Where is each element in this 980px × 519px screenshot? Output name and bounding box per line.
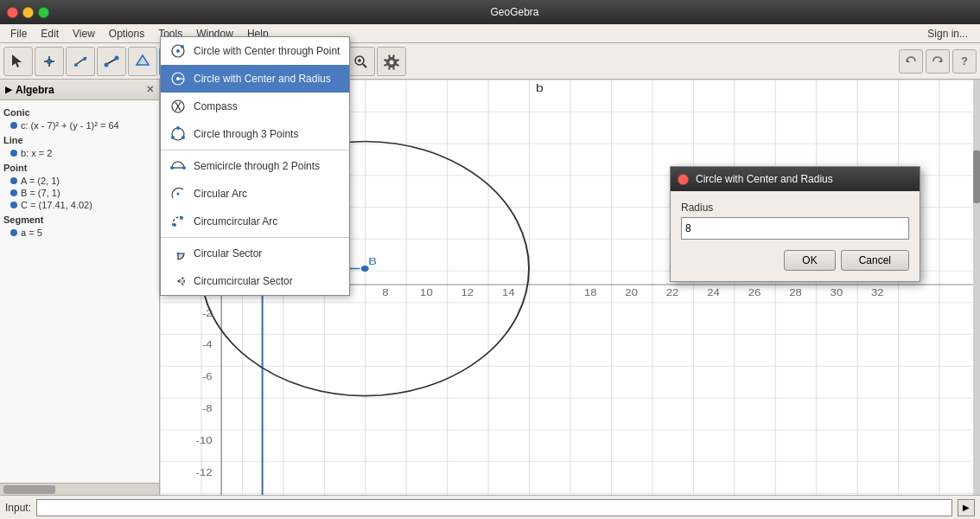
toolbar-line[interactable] [66,47,95,76]
algebra-expand[interactable]: ▶ [5,85,12,94]
inputbar: Input: ▶ [0,495,980,519]
dropdown-compass[interactable]: Compass [161,93,349,120]
svg-text:30: 30 [830,288,843,298]
menu-view[interactable]: View [66,26,102,42]
svg-rect-90 [973,151,980,203]
svg-text:8: 8 [382,288,389,298]
dropdown-sector[interactable]: Circular Sector [161,240,349,267]
algebra-header: ▶ Algebra ✕ [0,80,159,100]
svg-text:20: 20 [625,288,638,298]
minimize-button[interactable] [22,7,34,18]
svg-point-45 [177,193,180,195]
svg-point-7 [74,63,78,67]
toolbar-point[interactable] [35,47,64,76]
svg-rect-89 [973,80,980,495]
algebra-title: Algebra [16,84,54,96]
algebra-line-label: Line [3,135,156,145]
svg-point-43 [170,166,174,170]
svg-point-11 [115,55,119,60]
input-field[interactable] [36,499,952,516]
svg-point-39 [176,126,180,130]
svg-text:-10: -10 [196,435,213,445]
dropdown-arc[interactable]: Circular Arc [161,180,349,208]
circle-dropdown-menu: Circle with Center through Point Circle … [160,36,350,296]
svg-point-47 [180,216,183,220]
dropdown-semicircle[interactable]: Semicircle through 2 Points [161,152,349,180]
dropdown-circumarc[interactable]: Circumcircular Arc [161,208,349,235]
algebra-point-a[interactable]: A = (2, 1) [3,175,156,187]
close-button[interactable] [7,7,18,18]
line-dot [10,150,17,157]
svg-text:B: B [368,256,377,267]
point-b-text: B = (7, 1) [21,188,60,198]
ok-button[interactable]: OK [784,250,835,271]
dialog-close-button[interactable] [678,174,689,185]
svg-text:14: 14 [502,288,515,298]
dropdown-circle-3pts[interactable]: Circle through 3 Points [161,120,349,148]
svg-text:28: 28 [789,288,802,298]
svg-point-46 [173,223,176,227]
svg-text:-12: -12 [196,467,213,477]
sector-icon [169,245,187,262]
titlebar: GeoGebra [0,0,980,24]
redo-button[interactable] [926,49,950,74]
svg-point-10 [105,62,109,67]
toolbar-settings[interactable] [377,47,406,76]
dropdown-circle-center-point[interactable]: Circle with Center through Point [161,37,349,65]
menu-edit[interactable]: Edit [34,26,66,42]
undo-button[interactable] [899,49,923,74]
svg-point-41 [181,136,185,139]
semicircle-icon [169,157,187,175]
input-submit[interactable]: ▶ [958,499,975,516]
circle-radius-dialog: Circle with Center and Radius Radius OK … [670,166,920,282]
svg-marker-0 [12,54,22,67]
svg-point-40 [171,136,175,139]
svg-text:10: 10 [420,288,433,298]
svg-text:-6: -6 [202,372,213,381]
svg-line-23 [363,64,366,67]
algebra-line-item[interactable]: b: x = 2 [3,147,156,159]
help-button[interactable]: ? [952,49,977,74]
menu-options[interactable]: Options [102,26,151,42]
circle-3pts-icon [169,125,187,143]
app-title: GeoGebra [56,6,973,18]
algebra-point-b[interactable]: B = (7, 1) [3,187,156,199]
circle-center-radius-icon [169,70,187,87]
svg-point-26 [390,60,394,64]
menu-file[interactable]: File [3,26,34,42]
conic-formula: c: (x - 7)² + (y - 1)² = 64 [21,120,119,131]
menubar: File Edit View Options Tools Window Help… [0,24,980,43]
dropdown-circle-center-radius[interactable]: Circle with Center and Radius [161,65,349,93]
maximize-button[interactable] [38,7,49,18]
cancel-button[interactable]: Cancel [841,250,909,271]
svg-text:32: 32 [871,288,884,298]
svg-point-8 [83,57,86,61]
algebra-conic-item[interactable]: c: (x - 7)² + (y - 1)² = 64 [3,119,156,131]
dropdown-circumsector[interactable]: Circumcircular Sector [161,267,349,295]
svg-text:24: 24 [707,288,720,298]
compass-icon [169,98,187,115]
segment-dot [10,229,17,236]
svg-marker-12 [137,55,149,65]
svg-text:22: 22 [666,288,679,298]
signin-button[interactable]: Sign in... [919,26,977,42]
toolbar-polygon[interactable] [128,47,157,76]
window-controls [7,7,49,18]
conic-dot [10,122,17,129]
segment-text: a = 5 [21,227,42,238]
algebra-point-c[interactable]: C = (17.41, 4.02) [3,199,156,211]
toolbar-move[interactable] [3,47,33,76]
algebra-scrollbar[interactable] [0,483,159,495]
svg-point-44 [182,166,186,170]
svg-marker-27 [907,59,910,62]
algebra-point-label: Point [3,163,156,173]
toolbar-zoom[interactable] [346,47,375,76]
algebra-close-button[interactable]: ✕ [146,84,154,95]
toolbar-segment[interactable] [97,47,126,76]
algebra-segment-a[interactable]: a = 5 [3,227,156,239]
radius-input[interactable] [681,217,909,240]
dialog-titlebar: Circle with Center and Radius [671,167,920,191]
algebra-conic-label: Conic [3,107,156,118]
svg-point-48 [177,253,180,255]
radius-label: Radius [681,202,909,214]
